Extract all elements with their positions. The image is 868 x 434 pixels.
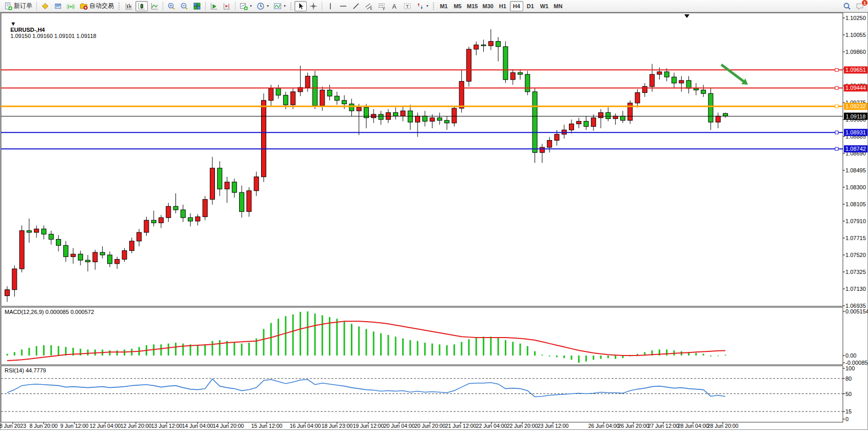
signal-button[interactable] [65, 1, 77, 11]
svg-text:12 Jun 20:00: 12 Jun 20:00 [121, 423, 152, 429]
macd-panel[interactable] [1, 307, 843, 365]
new-order-button[interactable]: 新订单 [2, 1, 34, 11]
svg-text:E: E [370, 6, 373, 10]
tab-timeframe-mn[interactable]: MN [551, 1, 565, 11]
main-panel[interactable] [1, 13, 843, 306]
tab-timeframe-h4[interactable]: H4 [510, 1, 523, 11]
separator [205, 2, 206, 11]
tab-timeframe-w1[interactable]: W1 [538, 1, 551, 11]
auto-scroll-icon [210, 2, 218, 10]
zoom-out-button[interactable] [178, 1, 190, 11]
clock-icon [257, 2, 265, 10]
trendline-tool-button[interactable] [350, 1, 362, 11]
arrows-tool-icon [416, 2, 424, 10]
svg-text:0: 0 [845, 416, 849, 422]
svg-text:19 Jun 12:00: 19 Jun 12:00 [353, 423, 384, 429]
notifications-button[interactable]: 1 [854, 1, 866, 11]
svg-text:1.09232: 1.09232 [845, 103, 866, 109]
hline-handle[interactable] [835, 68, 838, 71]
chart-window: ▼ EURUSD-,H4 1.09150 1.09160 1.09101 1.0… [0, 12, 868, 434]
dropdown-caret-icon: ▾ [267, 4, 269, 8]
svg-text:1.09651: 1.09651 [845, 67, 866, 73]
data-window-button[interactable] [39, 1, 51, 11]
svg-text:1.10250: 1.10250 [845, 15, 866, 21]
text-tool-button[interactable]: A [388, 1, 401, 11]
svg-text:20 Jun 04:00: 20 Jun 04:00 [384, 423, 415, 429]
market-watch-button[interactable] [52, 1, 64, 11]
svg-text:14 Jun 04:00: 14 Jun 04:00 [182, 423, 213, 429]
tab-timeframe-d1[interactable]: D1 [524, 1, 537, 11]
svg-text:26 Jun 04:00: 26 Jun 04:00 [588, 423, 620, 429]
indicators-button[interactable]: ▾ [238, 1, 254, 11]
notification-badge: 1 [861, 0, 868, 6]
auto-trading-label: 自动交易 [89, 2, 114, 10]
line-chart-icon [150, 2, 159, 10]
arrows-tool-button[interactable]: ▾ [414, 1, 430, 11]
separator [322, 2, 322, 11]
signal-icon [67, 2, 75, 10]
templates-button[interactable]: ▾ [271, 1, 288, 11]
hline-handle[interactable] [835, 131, 838, 134]
svg-text:15 Jun 12:00: 15 Jun 12:00 [251, 423, 283, 429]
text-tool-icon: A [390, 2, 399, 10]
zoom-out-icon [180, 2, 188, 10]
toolbar-grip[interactable] [118, 2, 121, 10]
svg-text:1.10055: 1.10055 [845, 32, 866, 38]
bar-chart-type-button[interactable] [123, 1, 135, 11]
fibonacci-tool-button[interactable]: F [376, 1, 388, 11]
svg-text:14 Jun 20:00: 14 Jun 20:00 [213, 423, 244, 429]
cursor-tool-button[interactable] [294, 1, 307, 11]
horizontal-line-icon [339, 2, 347, 10]
search-button[interactable] [841, 1, 853, 11]
tile-windows-icon [193, 2, 201, 10]
line-chart-type-button[interactable] [148, 1, 161, 11]
tab-timeframe-h1[interactable]: H1 [496, 1, 509, 11]
dropdown-caret-icon: ▾ [284, 4, 286, 8]
tab-timeframe-m30[interactable]: M30 [480, 1, 495, 11]
label-tool-button[interactable]: T [401, 1, 413, 11]
separator [235, 2, 235, 11]
auto-scroll-button[interactable] [208, 1, 220, 11]
periods-button[interactable]: ▾ [254, 1, 271, 11]
svg-text:28 Jun 04:00: 28 Jun 04:00 [678, 423, 709, 429]
tile-windows-button[interactable] [191, 1, 203, 11]
bar-chart-icon [125, 2, 133, 10]
hline-handle[interactable] [835, 86, 838, 89]
crosshair-tool-button[interactable] [307, 1, 320, 11]
svg-text:1.08742: 1.08742 [845, 146, 866, 152]
chart-shift-button[interactable] [221, 1, 233, 11]
hline-handle[interactable] [835, 147, 838, 150]
horizontal-line-tool-button[interactable] [337, 1, 349, 11]
toolbar-grip[interactable] [432, 2, 435, 10]
hline-handle[interactable] [835, 105, 838, 108]
tab-timeframe-m1[interactable]: M1 [437, 1, 450, 11]
time-axis: 8 Jun 20238 Jun 20:009 Jun 12:0012 Jun 0… [0, 422, 739, 429]
channel-tool-button[interactable]: E [363, 1, 375, 11]
svg-text:80: 80 [845, 376, 852, 382]
candlestick-chart-type-button[interactable] [135, 1, 148, 11]
svg-text:15: 15 [845, 408, 852, 415]
svg-text:12 Jun 04:00: 12 Jun 04:00 [90, 423, 121, 429]
svg-text:8 Jun 2023: 8 Jun 2023 [0, 423, 26, 429]
new-order-label: 新订单 [14, 2, 32, 10]
svg-text:1.09118: 1.09118 [846, 113, 866, 120]
zoom-in-button[interactable] [165, 1, 177, 11]
chart-canvas[interactable]: 1.102501.100551.098601.096651.094701.092… [0, 12, 868, 430]
dropdown-caret-icon: ▾ [250, 4, 252, 8]
svg-text:20 Jun 20:00: 20 Jun 20:00 [415, 423, 446, 429]
new-order-icon [4, 2, 12, 10]
tab-timeframe-m5[interactable]: M5 [451, 1, 464, 11]
candlestick-icon [137, 2, 146, 10]
trendline-icon [352, 2, 360, 10]
svg-text:13 Jun 12:00: 13 Jun 12:00 [151, 423, 183, 429]
tab-timeframe-m15[interactable]: M15 [465, 1, 480, 11]
vertical-line-icon [326, 2, 334, 10]
svg-text:100: 100 [845, 365, 855, 371]
toolbar-grip[interactable] [290, 2, 292, 10]
svg-text:1.08105: 1.08105 [845, 201, 866, 207]
svg-text:26 Jun 20:00: 26 Jun 20:00 [618, 423, 649, 429]
svg-text:8 Jun 20:00: 8 Jun 20:00 [30, 423, 58, 429]
auto-trading-button[interactable]: 自动交易 [77, 1, 116, 11]
template-icon [273, 2, 282, 10]
vertical-line-tool-button[interactable] [324, 1, 337, 11]
